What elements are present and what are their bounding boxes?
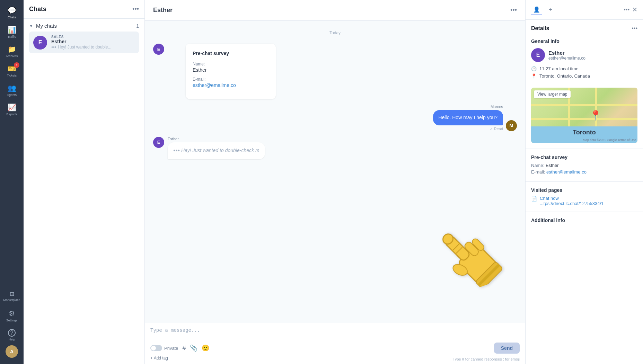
prechat-card-title: Pre-chat survey	[193, 51, 269, 56]
my-chats-left: ▼ My chats	[29, 23, 57, 29]
svg-rect-0	[457, 243, 499, 285]
marketplace-icon: ⊞	[10, 291, 14, 297]
my-chats-count: 1	[136, 23, 139, 29]
visited-pages-section: Visited pages 📄 Chat now ...tps://direct…	[526, 183, 643, 210]
chats-panel: Chats ••• ▼ My chats 1 E SALES Esther ••…	[24, 0, 145, 364]
svg-rect-8	[475, 261, 503, 289]
map-view-larger-button[interactable]: View larger map	[534, 90, 571, 98]
sidebar-item-tickets[interactable]: 🎫 Tickets 1	[3, 62, 21, 80]
details-user-info: Esther esther@emailme.co	[548, 50, 585, 61]
message-read-status: ✓ Read	[433, 127, 503, 131]
chat-main-menu-button[interactable]: •••	[510, 7, 517, 14]
agent-avatar: M	[506, 120, 517, 131]
prechat-survey-section: Pre-chat survey Name: Esther E-mail: est…	[526, 150, 643, 180]
general-info-title: General info	[531, 38, 637, 44]
prechat-email-label: E-mail:	[193, 77, 269, 82]
page-link-title[interactable]: Chat now	[540, 196, 604, 201]
message-sender-name: Marcos	[433, 105, 503, 109]
details-user-row: E Esther esther@emailme.co	[531, 48, 637, 62]
sidebar-item-archives[interactable]: 📁 Archives	[3, 42, 21, 60]
details-panel-title-row: Details •••	[526, 20, 643, 34]
chat-main: Esther ••• Today E Pre-chat survey Name:…	[145, 0, 525, 364]
prechat-message-row: E Pre-chat survey Name: Esther E-mail: e…	[153, 44, 517, 99]
svg-line-6	[453, 244, 459, 250]
svg-rect-1	[444, 235, 471, 262]
message-bubble-typing: ••• Hey! Just wanted to double-check m	[168, 142, 265, 159]
private-toggle[interactable]	[150, 345, 162, 351]
my-chats-label: My chats	[36, 23, 57, 29]
sidebar-item-chats[interactable]: 💬 Chats	[3, 3, 21, 21]
sidebar-item-reports[interactable]: 📈 Reports	[3, 100, 21, 118]
map-city-label: Toronto	[573, 129, 596, 136]
chat-contact-name: Esther	[153, 7, 173, 14]
map-copyright: Map data ©2021 Google Terms of Use	[583, 138, 636, 142]
svg-point-5	[451, 262, 469, 277]
user-avatar-bottom[interactable]: A	[6, 345, 18, 358]
message-input-area: Private # 📎 🙂 Send + Add tag Type # for …	[145, 323, 525, 364]
map-road-1	[531, 104, 637, 106]
sidebar-item-help[interactable]: ? Help	[3, 326, 21, 344]
prechat-email-value: esther@emailme.co	[193, 82, 269, 88]
visited-page-item: 📄 Chat now ...tps://direct.lc.chat/12755…	[531, 196, 637, 206]
message-input[interactable]	[150, 327, 520, 341]
chats-panel-menu[interactable]: •••	[132, 6, 139, 13]
details-close-button[interactable]: ✕	[632, 6, 637, 14]
details-local-time: 🕐 11:27 am local time	[531, 66, 637, 71]
tab-add[interactable]: ＋	[545, 4, 556, 15]
attachment-icon[interactable]: 📎	[190, 344, 197, 352]
section-divider-1	[526, 149, 643, 149]
prechat-survey-email: E-mail: esther@emailme.co	[531, 169, 637, 175]
sidebar-item-traffic[interactable]: 📊 Traffic	[3, 23, 21, 41]
send-button[interactable]: Send	[494, 343, 520, 354]
esther-sender-label: Esther	[168, 137, 265, 141]
chats-icon: 💬	[8, 6, 16, 15]
chat-item-info: SALES Esther ••• Hey! Just wanted to dou…	[51, 35, 135, 50]
messages-area: Today E Pre-chat survey Name: Esther E-m…	[145, 21, 525, 323]
pointer-hand-overlay	[424, 210, 515, 304]
hashtag-icon[interactable]: #	[182, 345, 186, 352]
section-divider-2	[526, 181, 643, 182]
date-divider: Today	[153, 30, 517, 35]
details-user-email: esther@emailme.co	[548, 56, 585, 61]
svg-rect-3	[464, 241, 480, 257]
add-tag-button[interactable]: + Add tag	[150, 356, 168, 361]
section-divider-3	[526, 212, 643, 212]
tab-user-info[interactable]: 👤	[531, 4, 542, 15]
private-label: Private	[164, 346, 178, 351]
details-panel-menu[interactable]: •••	[624, 7, 629, 13]
details-panel-actions: ••• ✕	[624, 6, 637, 14]
chats-panel-title: Chats	[29, 6, 46, 13]
details-user-name: Esther	[548, 50, 585, 56]
emoji-icon[interactable]: 🙂	[202, 344, 209, 352]
sidebar-item-marketplace[interactable]: ⊞ Marketplace	[3, 287, 21, 305]
message-content-outgoing: Marcos Hello. How may I help you? ✓ Read	[433, 105, 503, 131]
input-hint-text: Type # for canned responses : for emoji	[453, 357, 520, 361]
message-bubble-outgoing: Hello. How may I help you?	[433, 110, 503, 125]
esther-avatar-group: E	[153, 137, 164, 148]
sidebar-item-settings[interactable]: ⚙ Settings	[3, 307, 21, 325]
additional-info-section: Additional info	[526, 213, 643, 227]
chat-main-header: Esther •••	[145, 0, 525, 21]
my-chats-collapse-arrow[interactable]: ▼	[29, 24, 33, 28]
input-bottom-bar: Private # 📎 🙂 Send	[150, 343, 520, 354]
prechat-email-field: E-mail: esther@emailme.co	[193, 77, 269, 88]
prechat-card: Pre-chat survey Name: Esther E-mail: est…	[186, 44, 276, 99]
details-panel: 👤 ＋ ••• ✕ Details ••• General info E Est…	[525, 0, 643, 364]
clock-icon: 🕐	[531, 66, 537, 71]
page-link-url[interactable]: ...tps://direct.lc.chat/12755334/1	[540, 201, 604, 206]
settings-icon: ⚙	[9, 309, 15, 318]
details-title-menu[interactable]: •••	[632, 25, 637, 32]
svg-line-7	[456, 247, 462, 253]
tickets-badge: 1	[14, 62, 19, 68]
page-link-group: Chat now ...tps://direct.lc.chat/1275533…	[540, 196, 604, 206]
sidebar-item-agents[interactable]: 👥 Agents	[3, 81, 21, 99]
details-location: 📍 Toronto, Ontario, Canada	[531, 73, 637, 79]
chat-list-item[interactable]: E SALES Esther ••• Hey! Just wanted to d…	[29, 32, 139, 53]
details-user-avatar: E	[531, 48, 545, 62]
details-panel-title: Details	[531, 25, 549, 32]
location-icon: 📍	[531, 73, 537, 79]
help-icon: ?	[8, 329, 16, 337]
prechat-name-field: Name: Esther	[193, 62, 269, 73]
chat-item-name: Esther	[51, 39, 135, 44]
map-container: View larger map Toronto 📍 Map data ©2021…	[531, 88, 637, 143]
